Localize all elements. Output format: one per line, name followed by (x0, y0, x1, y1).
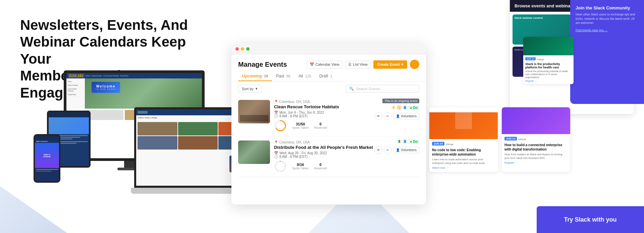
event-action-buttons-2: 👁 ✏ 👤 Volunteers (374, 146, 419, 154)
panel-titlebar (231, 44, 426, 54)
minimize-dot (241, 47, 244, 51)
join-slack-title: Join the Slack Community (576, 5, 639, 10)
manage-events-panel: Manage Events 📅 Calendar View ☰ List Vie… (231, 44, 426, 205)
event-stats-1: 31/50 Spots Taken 0 Reserved (274, 119, 419, 132)
on-status-badge: ● On (408, 106, 419, 110)
nocode-title: No code to low code: Enabling enterprise… (432, 148, 495, 157)
nocode-tag: Virtual (446, 143, 453, 146)
alert-icon: ! (397, 105, 401, 110)
events-list: 📍 Columbus, OH, USA Clean Rescue Tortois… (231, 96, 426, 177)
join-slack-panel: Join the Slack Community Meet other Slac… (570, 0, 644, 104)
panel-filters: Sort by ▾ 🔍 Search Events (231, 81, 426, 96)
event-actions-1: This is an ongoing event ★ ! 👤 ● On 👁 ✏ … (374, 99, 419, 120)
event-actions-2: 👤 👤 ● On 👁 ✏ 👤 Volunteers (374, 139, 419, 154)
clock-icon: 🕐 (274, 114, 278, 118)
person-icon: 👤 (397, 139, 401, 144)
table-row: 📍 Columbus, OH, USA Clean Rescue Tortois… (238, 96, 419, 136)
sp-register-link[interactable]: Register → (525, 80, 572, 82)
spots-taken-stat-2: 0/16 Spots Taken (292, 163, 309, 170)
event-card-connected: JUN 14 Virtual How to build a connected … (502, 107, 570, 172)
event-image-market (238, 140, 270, 164)
close-dot (235, 47, 239, 51)
volunteers-button[interactable]: 👤 Volunteers (393, 113, 419, 119)
view-button[interactable]: 👁 (374, 112, 382, 120)
edit-button[interactable]: ✏ (384, 112, 392, 120)
panel-title: Manage Events (238, 61, 287, 68)
phone-mockup: Night of Gratitude Night ofGratitude (34, 134, 60, 183)
connected-image (502, 107, 570, 134)
nocode-date-badge: JUN 24 (432, 142, 444, 145)
volunteers-button-2[interactable]: 👤 Volunteers (393, 147, 419, 153)
connected-title: How to build a connected enterprise with… (504, 143, 568, 152)
event-stats-2: 0/16 Spots Taken 0 Reserved (274, 160, 419, 173)
user-icon: 👤 (402, 105, 407, 110)
event-image-tortoise (238, 100, 270, 123)
status-indicators-2: 👤 👤 ● On (397, 139, 419, 144)
bottom-slack-banner: Try Slack with you (537, 206, 644, 233)
location-pin-icon: 📍 (274, 100, 278, 104)
user-plus-icon: 👤 (396, 148, 400, 152)
ongoing-badge: This is an ongoing event (382, 99, 419, 103)
star-icon: ★ (391, 105, 396, 110)
calendar-icon: 📅 (310, 62, 314, 67)
nocode-description: Learn how to scale automation across you… (432, 158, 495, 165)
spots-taken-stat: 31/50 Spots Taken (292, 122, 309, 129)
devices-area: $150,345 Home Event Auction Live Auction… (20, 67, 248, 228)
slack-productivity-image (523, 37, 574, 55)
sp-tag: Virtual (537, 58, 544, 61)
connected-tag: Virtual (518, 138, 526, 141)
panel-tabs: Upcoming 39 Past 86 All 125 Draft 1 (231, 72, 426, 81)
spots-progress (274, 119, 287, 132)
event-time-2: 🕐 8 AM - 8 PM (EST) (274, 155, 419, 159)
sp-title: Slack is the productivity platform for h… (525, 62, 572, 69)
user-plus-icon: 👤 (396, 114, 400, 118)
slack-productivity-body: JUN 14 Virtual Slack is the productivity… (523, 55, 574, 84)
connected-link[interactable]: Register → (504, 161, 568, 164)
tab-all[interactable]: All 125 (294, 72, 315, 81)
sp-description: Unlock the productivity potential of hea… (525, 70, 572, 79)
chevron-down-icon: ▾ (401, 62, 403, 67)
create-event-button[interactable]: Create Event ▾ (373, 60, 407, 69)
tab-draft[interactable]: Draft 1 (315, 72, 336, 81)
reserved-stat-2: 0 Reserved (314, 163, 327, 170)
status-indicators: ★ ! 👤 ● On (391, 105, 419, 110)
reserved-stat: 0 Reserved (314, 122, 327, 129)
tab-past[interactable]: Past 86 (272, 72, 294, 81)
sort-by-select[interactable]: Sort by ▾ (238, 85, 261, 93)
spots-progress-2 (274, 160, 287, 173)
edit-button-2[interactable]: ✏ (384, 146, 392, 154)
connected-description: Hear from leaders at Slack and Asana on … (504, 153, 568, 160)
sp-date-badge: JUN 14 (525, 57, 536, 60)
connected-date-badge: JUN 14 (504, 137, 517, 140)
join-slack-description: Meet other Slack users to exchange tips … (576, 12, 639, 25)
calendar-view-button[interactable]: 📅 Calendar View (307, 61, 342, 68)
user-icon-2: 👤 (402, 139, 407, 144)
user-avatar[interactable] (410, 60, 419, 69)
panel-actions: 📅 Calendar View ☰ List View Create Event… (307, 60, 419, 69)
table-row: 📍 Columbus, OH, USA Distribute Food at t… (238, 136, 419, 177)
on-status-badge-2: ● On (408, 139, 419, 144)
tab-upcoming[interactable]: Upcoming 39 (238, 72, 272, 81)
clock-icon: 🕐 (274, 155, 278, 159)
location-pin-icon: 📍 (274, 140, 278, 144)
list-view-button[interactable]: ☰ List View (345, 61, 371, 68)
nocode-link[interactable]: Watch now → (432, 166, 495, 169)
bottom-event-cards: JUN 24 Virtual No code to low code: Enab… (429, 107, 570, 172)
find-events-link[interactable]: Find events near you → (576, 28, 639, 32)
svg-point-2 (275, 161, 285, 171)
view-button-2[interactable]: 👁 (374, 146, 382, 154)
search-icon: 🔍 (349, 86, 354, 91)
monitor-amount: $150,345 (68, 73, 85, 78)
maximize-dot (246, 47, 250, 51)
nocode-image (429, 112, 498, 139)
event-card-nocode: JUN 24 Virtual No code to low code: Enab… (429, 107, 498, 172)
chevron-down-icon: ▾ (256, 86, 258, 91)
calendar-icon: 📅 (274, 151, 278, 155)
event-action-buttons: 👁 ✏ 👤 Volunteers (374, 112, 419, 120)
search-events-input[interactable]: 🔍 Search Events (345, 85, 419, 93)
calendar-icon: 📅 (274, 111, 278, 114)
panel-header: Manage Events 📅 Calendar View ☰ List Vie… (231, 54, 426, 72)
list-icon: ☰ (348, 62, 352, 67)
slack-productivity-card: JUN 14 Virtual Slack is the productivity… (523, 37, 574, 84)
